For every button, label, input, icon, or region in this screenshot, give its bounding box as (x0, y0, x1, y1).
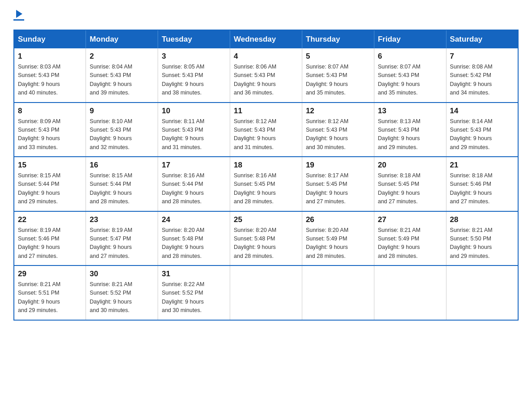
day-number: 22 (18, 215, 82, 224)
day-info: Sunrise: 8:12 AMSunset: 5:43 PMDaylight:… (234, 117, 298, 152)
day-info: Sunrise: 8:14 AMSunset: 5:43 PMDaylight:… (450, 117, 514, 152)
day-number: 9 (90, 107, 154, 116)
table-row: 11Sunrise: 8:12 AMSunset: 5:43 PMDayligh… (230, 103, 302, 157)
day-info: Sunrise: 8:05 AMSunset: 5:43 PMDaylight:… (162, 63, 226, 98)
day-number: 21 (450, 161, 514, 170)
header-wednesday: Wednesday (230, 30, 302, 48)
calendar-week-2: 8Sunrise: 8:09 AMSunset: 5:43 PMDaylight… (14, 103, 518, 157)
table-row: 21Sunrise: 8:18 AMSunset: 5:46 PMDayligh… (446, 157, 518, 211)
table-row: 12Sunrise: 8:12 AMSunset: 5:43 PMDayligh… (302, 103, 374, 157)
day-number: 30 (90, 270, 154, 278)
calendar-table: SundayMondayTuesdayWednesdayThursdayFrid… (13, 30, 519, 321)
day-number: 16 (90, 161, 154, 170)
day-info: Sunrise: 8:19 AMSunset: 5:46 PMDaylight:… (18, 226, 82, 261)
table-row: 30Sunrise: 8:21 AMSunset: 5:52 PMDayligh… (86, 265, 158, 320)
table-row (446, 265, 518, 320)
day-number: 14 (450, 107, 514, 116)
day-info: Sunrise: 8:18 AMSunset: 5:45 PMDaylight:… (378, 171, 442, 206)
day-info: Sunrise: 8:12 AMSunset: 5:43 PMDaylight:… (306, 117, 370, 152)
day-number: 18 (234, 161, 298, 170)
table-row: 27Sunrise: 8:21 AMSunset: 5:49 PMDayligh… (374, 211, 446, 266)
day-info: Sunrise: 8:21 AMSunset: 5:52 PMDaylight:… (90, 280, 154, 315)
day-number: 24 (162, 215, 226, 224)
table-row: 8Sunrise: 8:09 AMSunset: 5:43 PMDaylight… (14, 103, 86, 157)
table-row (374, 265, 446, 320)
header-thursday: Thursday (302, 30, 374, 48)
day-info: Sunrise: 8:20 AMSunset: 5:49 PMDaylight:… (306, 226, 370, 261)
day-number: 1 (18, 52, 82, 61)
table-row: 28Sunrise: 8:21 AMSunset: 5:50 PMDayligh… (446, 211, 518, 266)
page-header (13, 9, 519, 21)
day-number: 25 (234, 215, 298, 224)
table-row: 5Sunrise: 8:07 AMSunset: 5:43 PMDaylight… (302, 48, 374, 103)
table-row: 26Sunrise: 8:20 AMSunset: 5:49 PMDayligh… (302, 211, 374, 266)
day-info: Sunrise: 8:20 AMSunset: 5:48 PMDaylight:… (234, 226, 298, 261)
day-number: 3 (162, 52, 226, 61)
day-info: Sunrise: 8:13 AMSunset: 5:43 PMDaylight:… (378, 117, 442, 152)
table-row: 4Sunrise: 8:06 AMSunset: 5:43 PMDaylight… (230, 48, 302, 103)
day-number: 4 (234, 52, 298, 61)
logo-underline (13, 19, 24, 21)
table-row: 9Sunrise: 8:10 AMSunset: 5:43 PMDaylight… (86, 103, 158, 157)
day-number: 11 (234, 107, 298, 116)
table-row: 7Sunrise: 8:08 AMSunset: 5:42 PMDaylight… (446, 48, 518, 103)
day-info: Sunrise: 8:07 AMSunset: 5:43 PMDaylight:… (306, 63, 370, 98)
day-number: 20 (378, 161, 442, 170)
day-info: Sunrise: 8:16 AMSunset: 5:45 PMDaylight:… (234, 171, 298, 206)
day-info: Sunrise: 8:21 AMSunset: 5:50 PMDaylight:… (450, 226, 514, 261)
table-row: 2Sunrise: 8:04 AMSunset: 5:43 PMDaylight… (86, 48, 158, 103)
day-number: 28 (450, 215, 514, 224)
table-row: 1Sunrise: 8:03 AMSunset: 5:43 PMDaylight… (14, 48, 86, 103)
day-info: Sunrise: 8:21 AMSunset: 5:49 PMDaylight:… (378, 226, 442, 261)
table-row: 20Sunrise: 8:18 AMSunset: 5:45 PMDayligh… (374, 157, 446, 211)
calendar-week-4: 22Sunrise: 8:19 AMSunset: 5:46 PMDayligh… (14, 211, 518, 266)
day-info: Sunrise: 8:08 AMSunset: 5:42 PMDaylight:… (450, 63, 514, 98)
table-row: 15Sunrise: 8:15 AMSunset: 5:44 PMDayligh… (14, 157, 86, 211)
table-row: 14Sunrise: 8:14 AMSunset: 5:43 PMDayligh… (446, 103, 518, 157)
day-info: Sunrise: 8:17 AMSunset: 5:45 PMDaylight:… (306, 171, 370, 206)
table-row: 10Sunrise: 8:11 AMSunset: 5:43 PMDayligh… (158, 103, 230, 157)
table-row: 3Sunrise: 8:05 AMSunset: 5:43 PMDaylight… (158, 48, 230, 103)
day-info: Sunrise: 8:22 AMSunset: 5:52 PMDaylight:… (162, 280, 226, 315)
table-row: 6Sunrise: 8:07 AMSunset: 5:43 PMDaylight… (374, 48, 446, 103)
day-number: 8 (18, 107, 82, 116)
day-info: Sunrise: 8:04 AMSunset: 5:43 PMDaylight:… (90, 63, 154, 98)
table-row: 19Sunrise: 8:17 AMSunset: 5:45 PMDayligh… (302, 157, 374, 211)
logo (13, 9, 24, 21)
table-row: 13Sunrise: 8:13 AMSunset: 5:43 PMDayligh… (374, 103, 446, 157)
day-number: 13 (378, 107, 442, 116)
table-row: 18Sunrise: 8:16 AMSunset: 5:45 PMDayligh… (230, 157, 302, 211)
logo-triangle-icon (14, 9, 24, 19)
calendar-week-1: 1Sunrise: 8:03 AMSunset: 5:43 PMDaylight… (14, 48, 518, 103)
svg-marker-0 (16, 10, 22, 18)
table-row: 29Sunrise: 8:21 AMSunset: 5:51 PMDayligh… (14, 265, 86, 320)
day-info: Sunrise: 8:20 AMSunset: 5:48 PMDaylight:… (162, 226, 226, 261)
day-number: 5 (306, 52, 370, 61)
day-number: 26 (306, 215, 370, 224)
day-info: Sunrise: 8:11 AMSunset: 5:43 PMDaylight:… (162, 117, 226, 152)
day-info: Sunrise: 8:18 AMSunset: 5:46 PMDaylight:… (450, 171, 514, 206)
table-row: 31Sunrise: 8:22 AMSunset: 5:52 PMDayligh… (158, 265, 230, 320)
day-info: Sunrise: 8:19 AMSunset: 5:47 PMDaylight:… (90, 226, 154, 261)
day-number: 17 (162, 161, 226, 170)
header-friday: Friday (374, 30, 446, 48)
day-number: 2 (90, 52, 154, 61)
day-number: 6 (378, 52, 442, 61)
table-row: 22Sunrise: 8:19 AMSunset: 5:46 PMDayligh… (14, 211, 86, 266)
day-info: Sunrise: 8:09 AMSunset: 5:43 PMDaylight:… (18, 117, 82, 152)
calendar-week-3: 15Sunrise: 8:15 AMSunset: 5:44 PMDayligh… (14, 157, 518, 211)
table-row: 16Sunrise: 8:15 AMSunset: 5:44 PMDayligh… (86, 157, 158, 211)
calendar-header-row: SundayMondayTuesdayWednesdayThursdayFrid… (14, 30, 518, 48)
day-number: 12 (306, 107, 370, 116)
day-number: 19 (306, 161, 370, 170)
day-info: Sunrise: 8:21 AMSunset: 5:51 PMDaylight:… (18, 280, 82, 315)
table-row (230, 265, 302, 320)
day-number: 23 (90, 215, 154, 224)
day-info: Sunrise: 8:10 AMSunset: 5:43 PMDaylight:… (90, 117, 154, 152)
header-tuesday: Tuesday (158, 30, 230, 48)
header-sunday: Sunday (14, 30, 86, 48)
day-number: 29 (18, 270, 82, 278)
day-number: 10 (162, 107, 226, 116)
day-number: 31 (162, 270, 226, 278)
day-number: 15 (18, 161, 82, 170)
